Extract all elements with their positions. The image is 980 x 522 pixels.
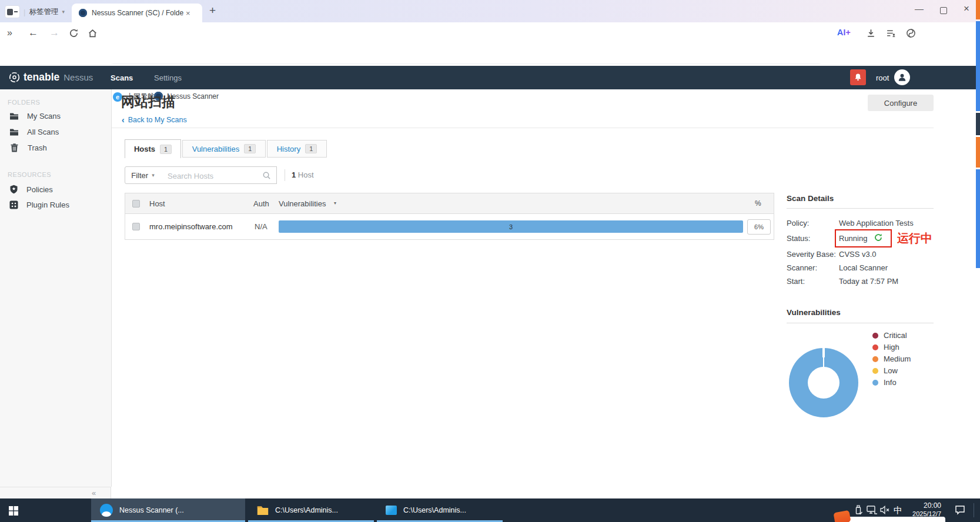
- host-cell[interactable]: mro.meipinsoftware.com: [149, 222, 233, 231]
- task-window-label: C:\Users\Adminis...: [403, 506, 466, 514]
- severity-value: CVSS v3.0: [839, 250, 877, 259]
- sidebar-item-trash[interactable]: Trash: [11, 143, 47, 152]
- back-to-my-scans-link[interactable]: ‹ Back to My Scans: [122, 115, 187, 125]
- close-window-icon[interactable]: ×: [964, 3, 969, 15]
- theme-icon[interactable]: [906, 28, 916, 38]
- legend-dot-critical: [872, 333, 878, 339]
- reload-icon[interactable]: [69, 28, 79, 38]
- home-icon[interactable]: [88, 28, 98, 38]
- maximize-icon[interactable]: [940, 7, 947, 14]
- host-count-number: 1: [292, 170, 296, 179]
- user-name[interactable]: root: [876, 73, 889, 82]
- column-sort-caret-icon[interactable]: ▾: [334, 200, 336, 206]
- task-window[interactable]: C:\Users\Adminis...: [377, 498, 503, 522]
- ai-button[interactable]: AI+: [837, 28, 851, 37]
- filter-button[interactable]: Filter ▾: [125, 166, 161, 184]
- download-icon[interactable]: [866, 28, 876, 38]
- tab-manager-divider: |: [24, 8, 25, 16]
- new-tab-button[interactable]: +: [209, 4, 216, 17]
- tab-manager-button[interactable]: | 标签管理 ▾: [5, 5, 65, 18]
- edge-strip-navy: [976, 113, 980, 135]
- legend-dot-high: [872, 344, 878, 350]
- host-count: 1 Host: [292, 170, 314, 179]
- policies-label: Policies: [26, 185, 53, 194]
- trash-label: Trash: [28, 143, 47, 152]
- col-auth[interactable]: Auth: [253, 199, 269, 208]
- back-icon[interactable]: ←: [28, 27, 38, 39]
- sidebar-item-policies[interactable]: Policies: [9, 185, 53, 194]
- tab-title: Nessus Scanner (SC) / Folde: [92, 9, 185, 17]
- scanner-value: Local Scanner: [839, 263, 888, 272]
- col-vulnerabilities[interactable]: Vulnerabilities: [279, 199, 326, 208]
- search-hosts-input[interactable]: [166, 168, 263, 184]
- forward-icon[interactable]: →: [49, 27, 59, 39]
- sidebar-item-my-scans[interactable]: My Scans: [9, 112, 61, 121]
- search-hosts-box[interactable]: [160, 166, 277, 184]
- tab-vulnerabilities[interactable]: Vulnerabilities 1: [182, 140, 266, 158]
- task-browser-label: Nessus Scanner (...: [119, 506, 184, 514]
- sidebar-item-plugin-rules[interactable]: Plugin Rules: [9, 200, 69, 209]
- clock[interactable]: 20:00 2025/12/7: [908, 501, 941, 518]
- task-folder-label: C:\Users\Adminis...: [275, 506, 338, 514]
- notifications-button[interactable]: [850, 69, 866, 85]
- legend-label-info: Info: [884, 378, 897, 387]
- tab-hosts[interactable]: Hosts 1: [125, 139, 181, 158]
- configure-button[interactable]: Configure: [868, 95, 934, 111]
- select-all-checkbox[interactable]: [132, 200, 140, 208]
- vulnerability-bar[interactable]: 3: [279, 220, 743, 233]
- product-name: Nessus: [63, 72, 93, 82]
- vulnerabilities-donut-chart[interactable]: [789, 348, 858, 417]
- tab-close-icon[interactable]: ×: [186, 9, 190, 18]
- reading-list-icon[interactable]: [886, 28, 896, 38]
- tab-history-label: History: [277, 145, 300, 153]
- vulnerabilities-divider: [787, 323, 934, 323]
- edge-strip-orange-mid: [976, 137, 980, 168]
- nav-scans[interactable]: Scans: [111, 73, 133, 82]
- volume-muted-icon[interactable]: [880, 506, 890, 514]
- show-desktop-divider[interactable]: [974, 503, 974, 517]
- percent-cell: 6%: [747, 219, 771, 235]
- col-host[interactable]: Host: [149, 199, 165, 208]
- overflow-chevrons-icon[interactable]: »: [7, 28, 11, 38]
- hosts-table: Host Auth Vulnerabilities ▾ % mro.meipin…: [125, 193, 774, 240]
- app-navbar: tenable Nessus Scans Settings root: [0, 66, 980, 89]
- toast-app-icon[interactable]: [833, 510, 851, 522]
- avatar[interactable]: [894, 69, 910, 85]
- policy-value: Web Application Tests: [839, 219, 914, 227]
- chevron-left-icon: ‹: [122, 115, 125, 125]
- tab-history[interactable]: History 1: [267, 140, 327, 158]
- network-icon[interactable]: [867, 506, 878, 515]
- col-percent[interactable]: %: [755, 199, 761, 208]
- start-label: Start:: [787, 277, 805, 286]
- collapse-sidebar-icon[interactable]: «: [92, 488, 96, 497]
- vulnerabilities-heading: Vulnerabilities: [787, 308, 841, 317]
- browser-tab-strip: | 标签管理 ▾ Nessus Scanner (SC) / Folde × +…: [0, 0, 980, 22]
- sidebar: FOLDERS My Scans All Scans Trash RESOURC…: [0, 89, 112, 487]
- bookmarks-bar: ★ 全部书签 常用书签 | e 上网导航 Nessus Scanner: [0, 45, 980, 63]
- host-count-label: Host: [298, 170, 314, 179]
- legend-dot-medium: [872, 356, 878, 362]
- task-browser[interactable]: Nessus Scanner (...: [91, 498, 245, 522]
- usb-icon[interactable]: [854, 505, 863, 516]
- ime-indicator[interactable]: 中: [894, 505, 902, 516]
- task-folder[interactable]: C:\Users\Adminis...: [248, 498, 374, 522]
- minimize-icon[interactable]: —: [915, 4, 924, 14]
- legend-dot-info: [872, 380, 878, 386]
- status-label: Status:: [787, 234, 810, 243]
- taskbar: Nessus Scanner (... C:\Users\Adminis... …: [0, 498, 980, 522]
- legend-item-low: Low: [872, 367, 911, 374]
- table-row[interactable]: mro.meipinsoftware.com N/A 3 6%: [125, 214, 774, 240]
- browser-tab[interactable]: Nessus Scanner (SC) / Folde ×: [72, 4, 202, 22]
- row-checkbox[interactable]: [132, 223, 140, 230]
- window-task-icon: [386, 506, 397, 515]
- toast-popup[interactable]: [847, 517, 945, 522]
- status-annotation-box: [835, 229, 892, 247]
- table-header: Host Auth Vulnerabilities ▾ %: [125, 193, 774, 214]
- legend-dot-low: [872, 368, 878, 374]
- browser-nav-row: » ← → https://localhost:8834/#/scans/rep…: [0, 22, 980, 45]
- tenable-logo[interactable]: tenable Nessus: [8, 71, 93, 83]
- notification-center-icon[interactable]: [955, 505, 965, 515]
- nav-settings[interactable]: Settings: [154, 73, 182, 82]
- start-button[interactable]: [9, 506, 18, 516]
- sidebar-item-all-scans[interactable]: All Scans: [9, 128, 59, 136]
